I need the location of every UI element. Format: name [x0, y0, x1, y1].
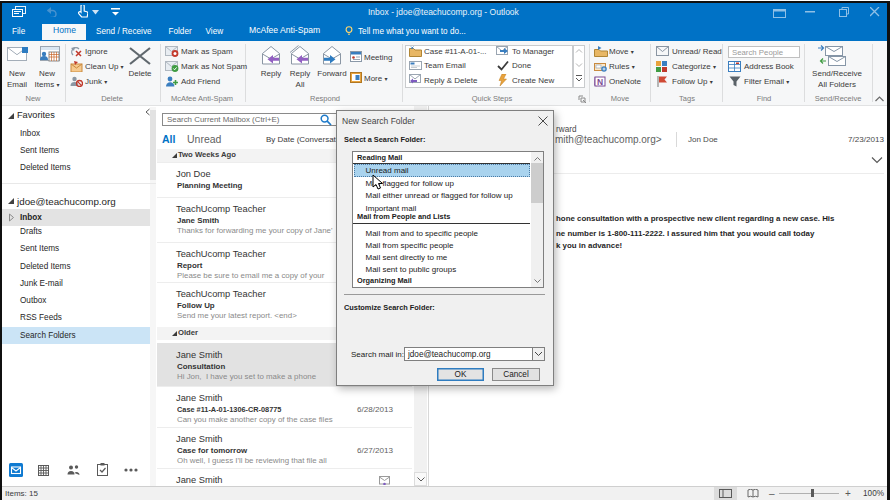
svg-text:N: N — [597, 77, 603, 87]
